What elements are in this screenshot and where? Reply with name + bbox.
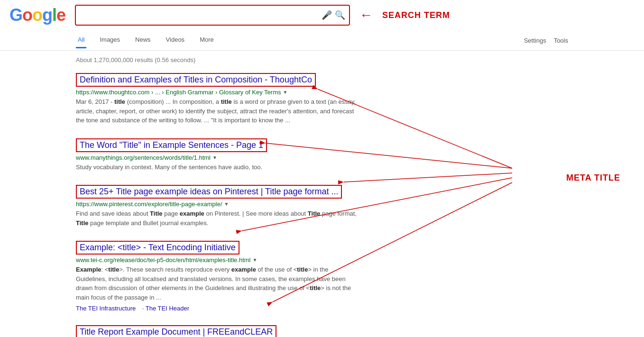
search-box-wrapper: an example of a title 🎤 🔍 [75,5,350,26]
list-item: Best 25+ Title page example ideas on Pin… [76,185,360,228]
google-logo[interactable]: Google [9,5,65,25]
settings-link[interactable]: Settings [524,37,546,44]
list-item: Definition and Examples of Titles in Com… [76,73,360,125]
url-caret-icon[interactable]: ▼ [252,257,257,263]
sublink-tei-header[interactable]: The TEI Header [146,305,189,312]
tab-more[interactable]: More [198,32,216,48]
result-sublinks: The TEI Infrastructure · The TEI Header [76,305,360,312]
result-title-link[interactable]: Definition and Examples of Titles in Com… [76,73,316,87]
search-term-label: SEARCH TERM [382,10,450,20]
result-title-link[interactable]: The Word "Title" in Example Sentences - … [76,138,267,152]
search-icon[interactable]: 🔍 [335,10,345,20]
list-item: Title Report Example Document | FREEandC… [76,325,360,337]
url-caret-icon[interactable]: ▼ [212,155,217,160]
list-item: Example: <title> - Text Encoding Initiat… [76,241,360,312]
result-snippet: Find and save ideas about Title page exa… [76,209,360,228]
result-url: www.tei-c.org/release/doc/tei-p5-doc/en/… [76,256,360,264]
result-snippet: Study vocabulary in context. Many of the… [76,163,360,172]
sublink-tei-infrastructure[interactable]: The TEI Infrastructure [76,305,136,312]
meta-title-label: META TITLE [566,173,620,183]
results-area: About 1,270,000,000 results (0.56 second… [0,51,644,337]
result-url: https://www.thoughtco.com › ... › Englis… [76,89,360,96]
tab-videos[interactable]: Videos [164,32,187,48]
tab-all[interactable]: All [76,32,86,48]
tools-link[interactable]: Tools [554,37,568,44]
result-title-link[interactable]: Best 25+ Title page example ideas on Pin… [76,185,342,199]
results-count: About 1,270,000,000 results (0.56 second… [76,56,568,64]
header: Google an example of a title 🎤 🔍 ← SEARC… [0,0,644,30]
tab-news[interactable]: News [133,32,153,48]
tab-images[interactable]: Images [98,32,122,48]
result-url: www.manythings.org/sentences/words/title… [76,154,360,161]
url-caret-icon[interactable]: ▼ [224,201,229,207]
search-input[interactable]: an example of a title [76,6,349,25]
list-item: The Word "Title" in Example Sentences - … [76,138,360,172]
voice-icon[interactable]: 🎤 [322,10,332,20]
result-title-link[interactable]: Title Report Example Document | FREEandC… [76,325,276,337]
result-snippet: Example: <title>. These search results r… [76,265,360,302]
result-title-link[interactable]: Example: <title> - Text Encoding Initiat… [76,241,239,255]
result-url: https://www.pinterest.com/explore/title-… [76,200,360,208]
result-snippet: Mar 6, 2017 - title (composition) ... In… [76,97,360,125]
search-term-arrow: ← [359,8,373,23]
nav-right: Settings Tools [524,37,568,44]
url-caret-icon[interactable]: ▼ [283,90,288,95]
nav-tabs: All Images News Videos More Settings Too… [0,30,644,51]
